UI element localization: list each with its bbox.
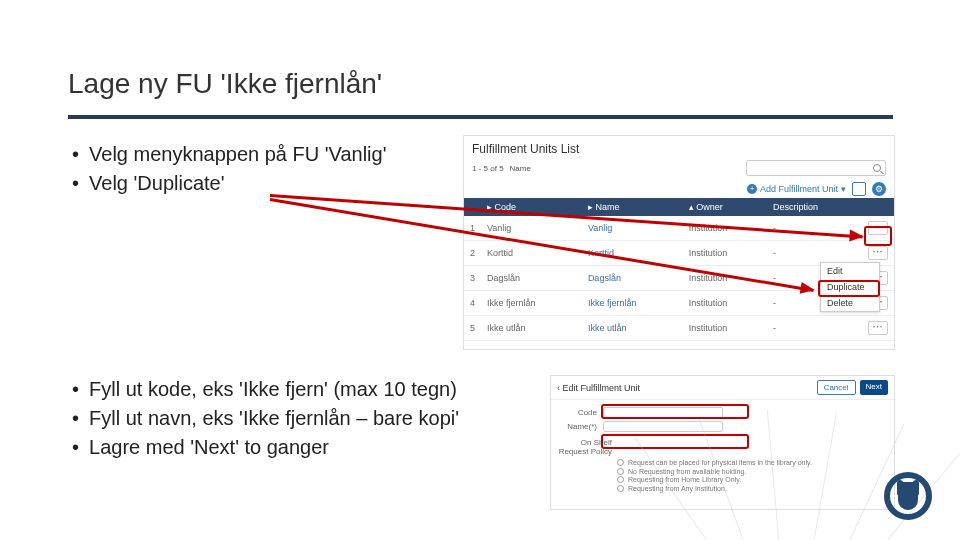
name-field-label: Name(*) (557, 422, 597, 431)
sort-label: Name (510, 164, 531, 173)
gear-icon[interactable]: ⚙ (872, 182, 886, 196)
search-input[interactable] (746, 160, 886, 176)
code-input[interactable] (603, 407, 723, 418)
unit-logo (884, 472, 932, 520)
row-context-menu: Edit Duplicate Delete (820, 262, 880, 312)
plus-icon: + (747, 184, 757, 194)
bullet-item: Velg 'Duplicate' (72, 169, 386, 198)
cancel-button[interactable]: Cancel (817, 380, 856, 395)
bullet-list-top: Velg menyknappen på FU 'Vanlig' Velg 'Du… (72, 140, 386, 198)
row-more-button[interactable]: ··· (868, 321, 888, 335)
bullet-item: Fyll ut kode, eks 'Ikke fjern' (max 10 t… (72, 375, 459, 404)
result-count: 1 - 5 of 5 (472, 164, 504, 173)
col-owner[interactable]: ▴ Owner (683, 198, 767, 216)
title-underline (68, 115, 893, 119)
context-menu-edit[interactable]: Edit (821, 263, 879, 279)
onshelf-radio-option[interactable]: Requesting from Home Library Only. (617, 476, 888, 483)
edit-fulfillment-unit-panel: ‹ Edit Fulfillment Unit Cancel Next Code… (550, 375, 895, 510)
col-name[interactable]: ▸ Name (582, 198, 683, 216)
table-row: 5Ikke utlånIkke utlånInstitution-··· (464, 316, 894, 341)
bullet-item: Lagre med 'Next' to ganger (72, 433, 459, 462)
add-fulfillment-unit-link[interactable]: + Add Fulfillment Unit ▾ (747, 184, 846, 194)
col-description[interactable]: Description (767, 198, 862, 216)
context-menu-duplicate[interactable]: Duplicate (821, 279, 879, 295)
code-field-label: Code (557, 408, 597, 417)
name-input[interactable] (603, 421, 723, 432)
export-icon[interactable] (852, 182, 866, 196)
panel-title: Fulfillment Units List (464, 136, 894, 158)
slide-title: Lage ny FU 'Ikke fjernlån' (68, 68, 382, 100)
onshelf-radio-option[interactable]: Requesting from Any Institution. (617, 485, 888, 492)
row-more-button[interactable]: ··· (868, 221, 888, 235)
bullet-item: Fyll ut navn, eks 'Ikke fjernlån – bare … (72, 404, 459, 433)
row-more-button[interactable]: ··· (868, 246, 888, 260)
next-button[interactable]: Next (860, 380, 888, 395)
onshelf-radio-option[interactable]: No Requesting from available holding. (617, 468, 888, 475)
table-row: 1VanligVanligInstitution-··· (464, 216, 894, 241)
edit-panel-title: ‹ Edit Fulfillment Unit (557, 383, 640, 393)
onshelf-radio-option[interactable]: Request can be placed for physical items… (617, 459, 888, 466)
bullet-list-bottom: Fyll ut kode, eks 'Ikke fjern' (max 10 t… (72, 375, 459, 462)
chevron-down-icon: ▾ (841, 184, 846, 194)
onshelf-policy-label: On Shelf Request Policy (557, 438, 612, 456)
search-icon (873, 164, 881, 172)
context-menu-delete[interactable]: Delete (821, 295, 879, 311)
bullet-item: Velg menyknappen på FU 'Vanlig' (72, 140, 386, 169)
